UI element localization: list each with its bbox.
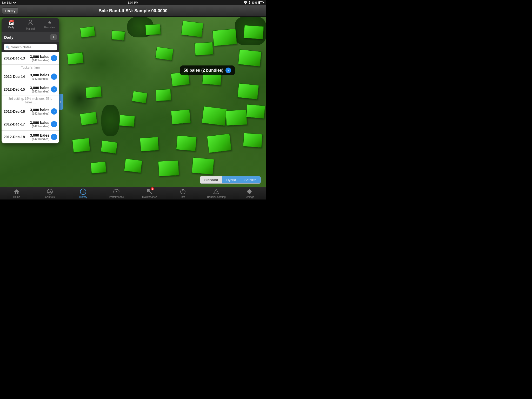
nav-bar: History Bale Band-It SN: Sample 00-0000 xyxy=(0,5,266,17)
tab-home[interactable]: Home xyxy=(0,187,33,200)
bluetooth-icon xyxy=(248,1,250,4)
list-item[interactable]: 2012-Dec-14 3,000 bales (142 bundles) › xyxy=(2,70,59,83)
list-item-bales: 3,000 bales xyxy=(30,86,49,90)
info-icon xyxy=(180,189,186,195)
entry-list: 2012-Dec-13 3,000 bales (142 bundles) › … xyxy=(2,52,59,143)
list-item-right: 3,000 bales (142 bundles) xyxy=(30,55,49,62)
tab-favorites[interactable]: ★ Favorites xyxy=(40,18,59,32)
tab-history[interactable]: History xyxy=(66,187,100,200)
gauge-icon xyxy=(113,189,119,195)
bale-22 xyxy=(72,138,90,153)
list-item-right: 3,000 bales (142 bundles) xyxy=(30,121,49,128)
bale-8 xyxy=(155,47,174,61)
svg-point-3 xyxy=(29,20,32,23)
list-item[interactable]: 2012-Dec-15 3,000 bales (142 bundles) › xyxy=(2,83,59,96)
list-item-bales: 3,000 bales xyxy=(30,108,49,112)
list-item-info: 2012-Dec-14 xyxy=(4,75,30,79)
tab-info-label: Info xyxy=(181,196,185,198)
main-content: 58 bales (2 bundles) › Standard Hybrid S… xyxy=(0,17,266,187)
tab-controls-label: Controls xyxy=(45,196,55,198)
tab-manual[interactable]: Manual xyxy=(21,18,40,32)
list-item-info: 2012-Dec-16 xyxy=(4,109,30,114)
map-type-standard[interactable]: Standard xyxy=(200,176,222,183)
wifi-icon xyxy=(13,1,16,4)
trees-3 xyxy=(101,105,119,136)
list-item[interactable]: 2012-Dec-16 3,000 bales (142 bundles) › xyxy=(2,105,59,118)
tooltip-chevron: › xyxy=(225,68,231,73)
battery-percent: 33% xyxy=(251,1,257,4)
tab-settings[interactable]: Settings xyxy=(233,187,266,200)
battery-icon xyxy=(258,1,264,4)
svg-rect-1 xyxy=(259,2,260,4)
tab-info[interactable]: Info xyxy=(166,187,200,200)
bale-24 xyxy=(140,137,159,152)
list-item-right: 3,000 bales (142 bundles) xyxy=(30,133,49,141)
tooltip-text: 58 bales (2 bundles) xyxy=(184,68,223,73)
add-entry-button[interactable]: + xyxy=(50,34,57,40)
status-bar: No SIM 5:04 PM 33% xyxy=(0,0,266,5)
map-type-satellite[interactable]: Satellite xyxy=(240,176,261,183)
tab-controls[interactable]: Controls xyxy=(33,187,66,200)
tab-maintenance[interactable]: 9 Maintenance xyxy=(133,187,166,200)
bale-21 xyxy=(246,104,265,119)
panel-tabs: 📅 Daily Manual ★ Favorites xyxy=(2,18,59,32)
manual-icon xyxy=(28,20,33,27)
tab-daily-label: Daily xyxy=(8,26,14,29)
list-item-date: 2012-Dec-18 xyxy=(4,135,30,139)
troubleshooting-icon-wrap xyxy=(213,188,220,195)
list-item-date: 2012-Dec-17 xyxy=(4,122,30,126)
bale-16 xyxy=(237,83,259,99)
map-type-hybrid[interactable]: Hybrid xyxy=(222,176,240,183)
list-item-chevron[interactable]: › xyxy=(51,55,57,61)
list-item-date: 2012-Dec-13 xyxy=(4,56,30,60)
list-item-bundles: (142 bundles) xyxy=(30,137,49,141)
gear-icon xyxy=(247,189,252,195)
list-item[interactable]: 2012-Dec-17 3,000 bales (142 bundles) › xyxy=(2,118,59,131)
location-icon xyxy=(244,1,247,4)
tab-troubleshooting[interactable]: TroubleShooting xyxy=(200,187,233,200)
tab-maintenance-label: Maintenance xyxy=(142,196,157,198)
bale-14 xyxy=(132,91,148,103)
bale-15 xyxy=(156,89,171,101)
list-item[interactable]: 2012-Dec-18 3,000 bales (142 bundles) › xyxy=(2,131,59,143)
bale-3 xyxy=(145,24,161,35)
bale-20b xyxy=(226,110,247,126)
home-icon xyxy=(14,189,20,195)
list-item-chevron[interactable]: › xyxy=(51,134,57,140)
panel-title: Daily xyxy=(4,35,14,39)
list-item-bales: 3,000 bales xyxy=(30,121,49,125)
map-type-selector[interactable]: Standard Hybrid Satellite xyxy=(200,176,261,184)
list-item-note: 3rd cutting. 15% moisture. 55 lb bales..… xyxy=(2,96,59,105)
list-item-info: 2012-Dec-15 xyxy=(4,87,30,91)
bale-4 xyxy=(181,21,203,37)
tab-manual-label: Manual xyxy=(26,27,35,30)
tab-performance[interactable]: Performance xyxy=(100,187,133,200)
list-item-chevron[interactable]: › xyxy=(51,74,57,80)
map-tooltip[interactable]: 58 bales (2 bundles) › xyxy=(180,65,235,75)
steering-icon xyxy=(47,189,53,195)
bale-9 xyxy=(194,42,213,56)
bale-31 xyxy=(192,157,214,175)
list-item-chevron[interactable]: › xyxy=(51,108,57,115)
bale-25 xyxy=(176,135,197,151)
bale-20 xyxy=(202,106,227,126)
svg-point-16 xyxy=(216,193,216,193)
bale-23 xyxy=(101,140,118,154)
list-item-info: 2012-Dec-17 xyxy=(4,122,30,126)
back-button[interactable]: History xyxy=(2,8,18,14)
bale-17 xyxy=(80,112,97,125)
svg-rect-2 xyxy=(263,2,264,3)
list-item-bundles: (142 bundles) xyxy=(30,77,49,80)
list-item-chevron[interactable]: › xyxy=(51,86,57,92)
controls-icon-wrap xyxy=(46,188,53,195)
settings-icon-wrap xyxy=(246,188,253,195)
bale-28 xyxy=(90,162,106,174)
maintenance-icon-wrap: 9 xyxy=(146,188,153,195)
home-icon-wrap xyxy=(13,188,20,195)
tab-daily[interactable]: 📅 Daily xyxy=(2,18,21,32)
bale-1 xyxy=(80,26,96,38)
list-item[interactable]: 2012-Dec-13 3,000 bales (142 bundles) › xyxy=(2,52,59,65)
daily-icon: 📅 xyxy=(8,20,14,25)
list-item-chevron[interactable]: › xyxy=(51,121,57,127)
search-input[interactable] xyxy=(4,44,57,50)
